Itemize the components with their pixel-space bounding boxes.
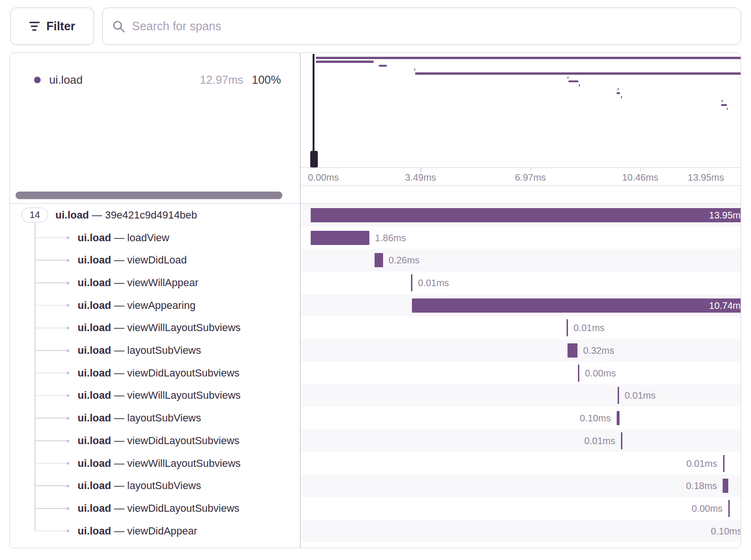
span-tree-row[interactable]: ui.load — viewWillAppear — [10, 271, 300, 294]
span-duration-bar[interactable] — [567, 319, 568, 336]
legend-item-ui-load[interactable]: ui.load 12.97ms 100% — [10, 73, 300, 87]
span-duration-bar[interactable] — [617, 411, 620, 425]
span-waterfall-panel: 13.95ms1.86ms0.26ms0.01ms10.74ms0.01ms0.… — [300, 204, 741, 542]
span-duration-label: 0.32ms — [583, 345, 614, 356]
tree-connector-branch — [35, 463, 67, 464]
span-waterfall-row[interactable]: 0.32ms — [300, 339, 741, 362]
span-duration-label: 0.01ms — [418, 277, 449, 288]
minimap-viewport-handle-left[interactable] — [313, 54, 314, 167]
tree-connector-branch — [35, 260, 67, 261]
span-label: ui.load — viewDidLayoutSubviews — [78, 502, 239, 515]
span-tree-row[interactable]: ui.load — layoutSubViews — [10, 407, 300, 429]
span-tree-row[interactable]: ui.load — viewDidAppear — [10, 520, 300, 542]
span-label: ui.load — layoutSubViews — [78, 480, 201, 492]
filter-icon — [29, 22, 40, 31]
span-tree-row[interactable]: ui.load — viewAppearing — [10, 294, 300, 317]
legend-percent: 100% — [252, 73, 281, 87]
span-tree-row[interactable]: ui.load — layoutSubViews — [10, 339, 300, 362]
span-op: ui.load — [78, 277, 111, 289]
span-waterfall-row[interactable]: 0.26ms — [300, 249, 741, 271]
span-label: ui.load — viewDidLayoutSubviews — [78, 435, 239, 447]
span-tree-row[interactable]: ui.load — viewDidLoad — [10, 249, 300, 271]
span-op: ui.load — [78, 389, 111, 401]
span-label: ui.load — 39e421c9d4914beb — [55, 209, 197, 221]
tree-connector-branch — [35, 395, 67, 396]
tree-connector-branch — [35, 373, 67, 374]
minimap-span-bar — [618, 88, 619, 90]
span-waterfall-row[interactable]: 1.86ms — [300, 227, 741, 249]
span-waterfall-row[interactable]: 0.01ms — [300, 317, 741, 340]
span-tree-row[interactable]: ui.load — loadView — [10, 227, 300, 249]
axis-tick-label: 10.46ms — [622, 172, 658, 183]
span-duration-bar[interactable] — [621, 432, 622, 449]
span-waterfall-row[interactable]: 0.00ms — [300, 497, 741, 520]
span-duration-bar[interactable] — [728, 500, 730, 517]
span-tree-row[interactable]: ui.load — viewWillLayoutSubviews — [10, 317, 300, 340]
legend-op-label: ui.load — [49, 73, 83, 87]
tree-connector-dot — [67, 440, 69, 442]
panel-divider[interactable] — [300, 53, 301, 548]
span-tree-row[interactable]: 14ui.load — 39e421c9d4914beb — [10, 204, 300, 227]
span-label: ui.load — viewDidLayoutSubviews — [78, 367, 239, 379]
span-duration-label: 0.10ms — [580, 413, 611, 424]
filter-button-label: Filter — [46, 19, 75, 33]
span-duration-bar[interactable] — [578, 365, 579, 382]
span-tree-row[interactable]: ui.load — viewDidLayoutSubviews — [10, 497, 300, 520]
span-tree-row[interactable]: ui.load — viewWillLayoutSubviews — [10, 452, 300, 475]
span-waterfall-row[interactable]: 0.01ms — [300, 271, 741, 294]
span-waterfall-row[interactable]: 13.95ms — [300, 204, 741, 227]
span-duration-label: 13.95ms — [311, 208, 741, 222]
search-input[interactable] — [132, 19, 731, 33]
tree-connector-dot — [67, 485, 69, 487]
span-op: ui.load — [78, 457, 111, 469]
span-op: ui.load — [78, 322, 111, 333]
scrollbar-thumb[interactable] — [16, 192, 282, 199]
span-tree-row[interactable]: ui.load — layoutSubViews — [10, 474, 300, 497]
span-waterfall-row[interactable]: 0.18ms — [300, 474, 741, 497]
trace-minimap[interactable] — [300, 53, 741, 167]
span-tree-row[interactable]: ui.load — viewDidLayoutSubviews — [10, 362, 300, 385]
span-waterfall-row[interactable]: 10.74ms — [300, 294, 741, 317]
span-search-box[interactable] — [102, 8, 741, 45]
span-label: ui.load — viewWillLayoutSubviews — [78, 322, 241, 334]
span-duration-bar[interactable] — [311, 231, 369, 245]
span-label: ui.load — loadView — [78, 232, 169, 244]
span-children-count-badge[interactable]: 14 — [21, 208, 48, 222]
span-op: ui.load — [78, 480, 111, 491]
span-waterfall-row[interactable]: 0.01ms — [300, 385, 741, 407]
timeline-axis: 0.00ms3.49ms6.97ms10.46ms13.95ms — [300, 167, 741, 186]
minimap-viewport-grip-left[interactable] — [310, 151, 318, 167]
scrollbar-track[interactable] — [10, 187, 741, 204]
span-waterfall-row[interactable]: 0.01ms — [300, 429, 741, 452]
span-op: ui.load — [78, 367, 111, 379]
span-waterfall-row[interactable]: 0.10ms — [300, 407, 741, 429]
span-tree-row[interactable]: ui.load — viewWillLayoutSubviews — [10, 385, 300, 407]
span-duration-bar[interactable] — [568, 343, 577, 358]
span-duration-bar[interactable] — [375, 253, 383, 267]
span-duration-bar[interactable] — [723, 479, 728, 493]
span-op: ui.load — [78, 435, 111, 446]
span-waterfall-row[interactable]: 0.10ms — [300, 520, 741, 542]
axis-tick-label: 6.97ms — [515, 172, 546, 183]
span-label: ui.load — viewDidLoad — [78, 254, 187, 266]
span-duration-label: 0.10ms — [711, 525, 741, 536]
span-tree-row[interactable]: ui.load — viewDidLayoutSubviews — [10, 429, 300, 452]
span-tree-panel: 14ui.load — 39e421c9d4914bebui.load — lo… — [10, 204, 300, 542]
span-duration-bar[interactable] — [411, 274, 412, 291]
span-op: ui.load — [55, 209, 89, 221]
tree-connector-branch — [35, 328, 67, 329]
search-icon — [112, 20, 125, 33]
span-duration-bar[interactable] — [618, 387, 619, 404]
minimap-span-bar — [722, 100, 723, 102]
span-waterfall-row[interactable]: 0.01ms — [300, 452, 741, 475]
span-label: ui.load — layoutSubViews — [78, 412, 201, 424]
tree-connector-dot — [67, 259, 69, 262]
filter-button[interactable]: Filter — [10, 8, 94, 45]
tree-connector-dot — [67, 236, 69, 239]
span-op: ui.load — [78, 502, 111, 514]
tree-connector-branch — [35, 440, 67, 441]
tree-connector-branch — [35, 418, 67, 419]
span-duration-bar[interactable] — [723, 455, 725, 472]
span-waterfall-row[interactable]: 0.00ms — [300, 362, 741, 385]
minimap-span-bar — [721, 104, 727, 106]
